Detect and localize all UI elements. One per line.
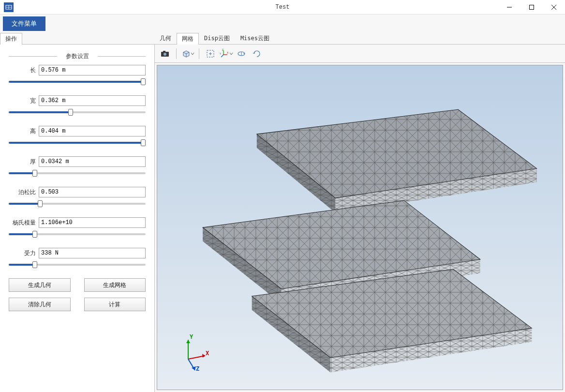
- field-slider[interactable]: [9, 78, 146, 85]
- fit-icon[interactable]: [203, 47, 218, 60]
- clear-geometry-button[interactable]: 清除几何: [9, 298, 71, 311]
- svg-text:X: X: [227, 51, 229, 54]
- axis-triad: X Y Z: [174, 332, 217, 376]
- tab-mises[interactable]: Mises云图: [235, 32, 275, 44]
- camera-icon[interactable]: [158, 47, 172, 60]
- field-label: 厚: [9, 158, 36, 166]
- svg-rect-1: [530, 5, 534, 9]
- axis-z-label: Z: [196, 365, 199, 372]
- svg-point-4: [164, 53, 166, 56]
- tab-operations[interactable]: 操作: [0, 33, 22, 45]
- field-input[interactable]: [39, 156, 146, 167]
- axes-icon[interactable]: Z X Y: [219, 47, 233, 60]
- param-group: 参数设置 长宽高厚泊松比杨氏模量受力 生成几何 生成网格 清除几何 计算: [9, 56, 146, 311]
- tab-disp[interactable]: Disp云图: [199, 32, 235, 44]
- rotate-y-icon[interactable]: [250, 47, 264, 60]
- window-controls: [498, 0, 565, 15]
- param-field: 长: [9, 65, 146, 87]
- field-label: 长: [9, 66, 36, 75]
- svg-text:Z: Z: [222, 49, 223, 51]
- viewport-3d[interactable]: X Y Z: [157, 65, 563, 390]
- axis-y-label: Y: [190, 333, 193, 340]
- svg-rect-3: [163, 51, 165, 52]
- param-field: 宽: [9, 95, 146, 117]
- field-slider[interactable]: [9, 109, 146, 116]
- param-legend: 参数设置: [9, 52, 146, 60]
- field-input[interactable]: [39, 65, 146, 75]
- viewport-wrap: Z X Y: [155, 45, 565, 392]
- sidebar: 参数设置 长宽高厚泊松比杨氏模量受力 生成几何 生成网格 清除几何 计算: [0, 45, 155, 392]
- param-field: 受力: [9, 248, 146, 270]
- svg-marker-32: [202, 354, 205, 358]
- field-label: 泊松比: [9, 188, 36, 196]
- field-input[interactable]: [39, 126, 146, 136]
- field-slider[interactable]: [9, 200, 146, 207]
- tab-geometry[interactable]: 几何: [154, 32, 177, 44]
- param-field: 泊松比: [9, 187, 146, 209]
- viewport-toolbar: Z X Y: [155, 45, 565, 63]
- rotate-x-icon[interactable]: [234, 47, 249, 60]
- field-label: 杨氏模量: [9, 219, 36, 227]
- field-label: 高: [9, 127, 36, 136]
- file-menu-button[interactable]: 文件菜单: [3, 16, 45, 31]
- mesh-model: [157, 65, 563, 390]
- maximize-button[interactable]: [520, 0, 543, 15]
- field-label: 宽: [9, 97, 36, 105]
- svg-marker-34: [186, 340, 190, 343]
- generate-geometry-button[interactable]: 生成几何: [9, 278, 71, 292]
- param-field: 厚: [9, 156, 146, 178]
- close-button[interactable]: [543, 0, 565, 15]
- view-cube-icon[interactable]: [180, 47, 195, 60]
- compute-button[interactable]: 计算: [84, 298, 146, 311]
- generate-mesh-button[interactable]: 生成网格: [84, 278, 146, 292]
- field-input[interactable]: [39, 248, 146, 258]
- param-field: 高: [9, 126, 146, 148]
- tab-row: 操作 几何 网格 Disp云图 Mises云图: [0, 33, 565, 45]
- field-slider[interactable]: [9, 139, 146, 146]
- field-input[interactable]: [39, 217, 146, 228]
- menubar: 文件菜单: [0, 15, 565, 33]
- field-slider[interactable]: [9, 170, 146, 177]
- tab-mesh[interactable]: 网格: [177, 33, 199, 45]
- field-input[interactable]: [39, 95, 146, 106]
- field-slider[interactable]: [9, 231, 146, 238]
- svg-marker-36: [192, 366, 196, 370]
- field-input[interactable]: [39, 187, 146, 197]
- minimize-button[interactable]: [498, 0, 520, 15]
- app-icon: [4, 2, 14, 12]
- titlebar: Test: [0, 0, 565, 15]
- svg-text:Y: Y: [220, 52, 222, 55]
- axis-x-label: X: [206, 350, 209, 357]
- param-field: 杨氏模量: [9, 217, 146, 239]
- window-title: Test: [0, 4, 565, 11]
- field-slider[interactable]: [9, 261, 146, 268]
- field-label: 受力: [9, 249, 36, 257]
